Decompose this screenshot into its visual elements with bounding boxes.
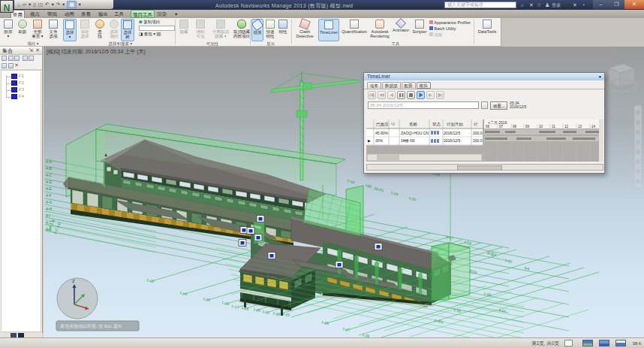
svg-text:[模拟] 结束日期: 2016/12/5 05:34 上午: [模拟] 结束日期: 2016/12/5 05:34 上午 (天) [47,49,146,55]
svg-text:4-E: 4-E [46,186,52,191]
svg-text:4-B: 4-B [46,166,52,171]
svg-text:Z: Z [72,279,75,283]
svg-text:09: 09 [525,125,530,129]
svg-text:12: 12 [564,125,569,129]
svg-text:11: 11 [552,125,555,129]
svg-text:🗨: 🗨 [391,122,396,126]
svg-text:07: 07 [499,125,504,129]
svg-text:45.90%: 45.90% [375,131,389,135]
svg-text:4-I: 4-I [46,213,50,218]
svg-text:已激活: 已激活 [376,122,389,127]
svg-text:200.0: 200.0 [473,131,483,135]
svg-text:4-F: 4-F [46,193,52,198]
svg-text:2016/12/5: 2016/12/5 [444,131,460,135]
svg-text:▶: ▶ [368,138,371,143]
svg-text:4-C: 4-C [46,173,52,177]
svg-text:1-28: 1-28 [362,332,370,337]
svg-text:单击并拖动以环视. 按 Esc 退出: 单击并拖动以环视. 按 Esc 退出 [60,323,122,329]
svg-text:4-G: 4-G [46,200,52,204]
svg-text:名称: 名称 [409,122,418,126]
svg-text:4-A: 4-A [46,159,52,164]
svg-text:计划开始: 计划开始 [447,122,464,127]
svg-text:06: 06 [486,125,490,129]
svg-text:08: 08 [513,125,517,129]
svg-text:1#楼-N0: 1#楼-N0 [401,138,415,143]
svg-text:30%: 30% [375,138,384,143]
svg-text:4-H: 4-H [46,207,52,211]
svg-text:14: 14 [591,125,596,129]
svg-text:4-D: 4-D [46,180,52,184]
svg-text:10: 10 [539,125,543,129]
svg-text:计: 计 [474,122,478,126]
svg-text:2016/12/5: 2016/12/5 [444,138,460,143]
svg-text:ZAOQI-HOU.CN: ZAOQI-HOU.CN [401,131,429,135]
svg-text:200.0: 200.0 [473,138,483,143]
svg-text:状态: 状态 [432,122,441,126]
svg-text:13: 13 [578,125,582,129]
